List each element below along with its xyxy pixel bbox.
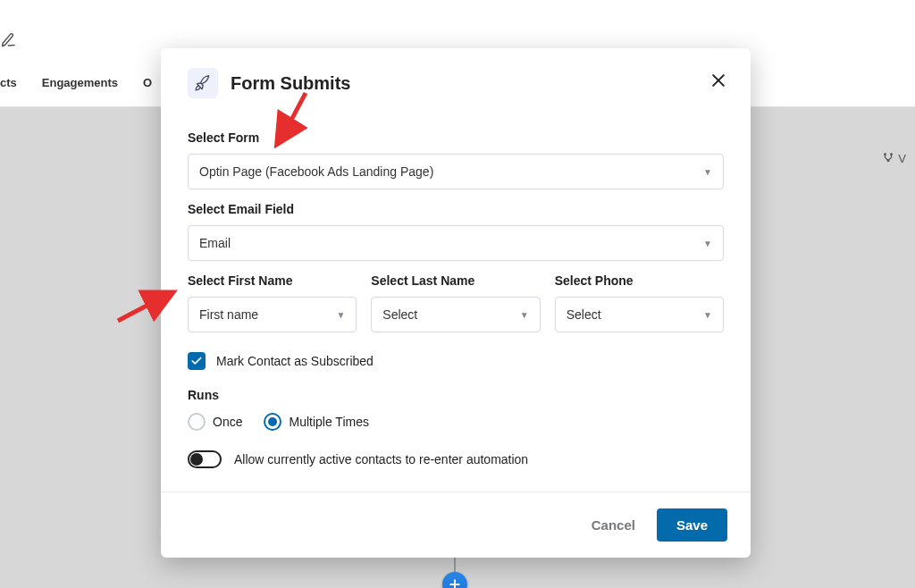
select-form-dropdown[interactable]: Optin Page (Facebook Ads Landing Page) ▼ [188,154,724,189]
modal-header: Form Submits [161,48,751,111]
chevron-down-icon: ▼ [703,167,712,177]
chevron-down-icon: ▼ [520,310,529,320]
modal-footer: Cancel Save [161,491,751,558]
cancel-button[interactable]: Cancel [586,508,641,542]
runs-label: Runs [188,388,724,402]
mark-subscribed-label: Mark Contact as Subscribed [216,354,374,368]
chevron-down-icon: ▼ [336,310,345,320]
select-last-name-value: Select [382,307,417,322]
select-phone-value: Select [567,307,601,322]
rocket-icon [188,68,218,98]
reenter-label: Allow currently active contacts to re-en… [234,452,528,466]
runs-multiple-label: Multiple Times [289,415,368,429]
select-first-name-label: Select First Name [188,273,357,288]
select-last-name-dropdown[interactable]: Select ▼ [371,297,540,332]
tab-other-partial[interactable]: O [143,76,152,89]
runs-once-radio[interactable]: Once [188,413,242,431]
select-email-value: Email [199,236,231,250]
form-submits-modal: Form Submits Select Form Optin Page (Fac… [161,48,751,558]
radio-icon [264,413,281,431]
runs-multiple-radio[interactable]: Multiple Times [264,413,368,431]
edit-icon[interactable] [0,31,17,53]
select-first-name-dropdown[interactable]: First name ▼ [188,297,357,332]
radio-icon [188,413,206,431]
close-button[interactable] [706,68,731,93]
select-last-name-label: Select Last Name [371,273,540,288]
select-email-dropdown[interactable]: Email ▼ [188,225,724,261]
chevron-down-icon: ▼ [703,310,712,320]
select-form-label: Select Form [188,130,724,145]
view-label: V [898,152,906,165]
runs-once-label: Once [213,415,242,429]
add-node-button[interactable] [442,572,467,588]
select-phone-dropdown[interactable]: Select ▼ [555,297,724,332]
save-button[interactable]: Save [657,508,727,542]
select-form-value: Optin Page (Facebook Ads Landing Page) [199,164,433,179]
modal-title: Form Submits [231,73,350,94]
top-tabs: cts Engagements O [0,76,152,89]
select-first-name-value: First name [199,307,258,322]
toggle-knob [190,453,203,466]
select-email-label: Select Email Field [188,202,724,216]
modal-body: Select Form Optin Page (Facebook Ads Lan… [161,111,751,491]
tab-engagements[interactable]: Engagements [42,76,118,89]
chevron-down-icon: ▼ [703,239,712,248]
reenter-toggle[interactable] [188,450,222,468]
select-phone-label: Select Phone [555,273,724,288]
tab-contacts-partial[interactable]: cts [0,76,17,89]
mark-subscribed-checkbox[interactable] [188,352,206,370]
view-control[interactable]: V [882,152,906,165]
